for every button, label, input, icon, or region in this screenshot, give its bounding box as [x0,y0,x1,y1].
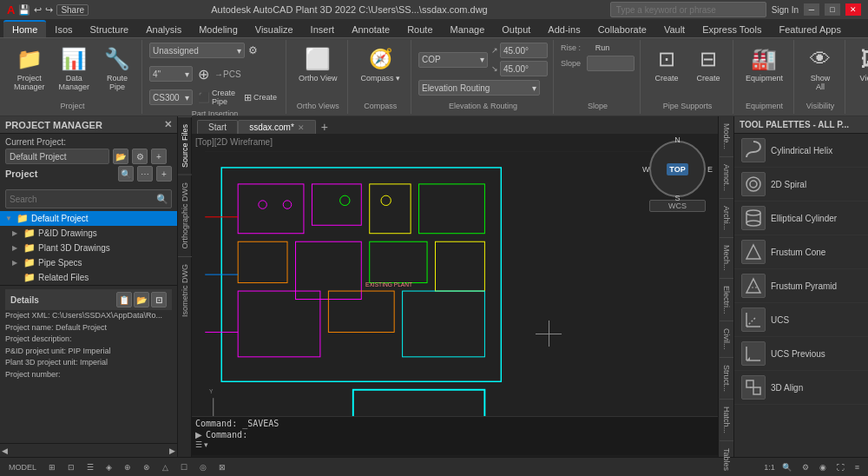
project-search-icon[interactable]: 🔍 [118,166,134,182]
tree-item-pipe-specs[interactable]: ▶ 📁 Pipe Specs [0,255,177,270]
part-settings-icon[interactable]: ⚙ [247,44,260,56]
status-grid-icon[interactable]: ⊞ [45,462,59,473]
project-more-icon[interactable]: ⋯ [137,166,153,182]
rise-run-button[interactable]: Run [587,43,618,53]
status-polar-icon[interactable]: ◈ [102,462,115,473]
command-input[interactable] [251,430,714,440]
start-tab[interactable]: Start [197,120,238,134]
project-manager-button[interactable]: 📁 ProjectManager [9,42,50,95]
share-button[interactable]: Share [56,4,89,16]
tab-home[interactable]: Home [3,20,46,37]
project-browse-icon[interactable]: 📂 [113,149,128,164]
pipe-support-create1-button[interactable]: ⊡ Create [648,42,686,86]
scroll-right-icon[interactable]: ▶ [169,446,175,455]
ssdax-tab[interactable]: ssdax.com* ✕ [238,120,316,134]
size-dropdown[interactable]: 4"▾ [149,66,193,82]
tab-featured[interactable]: Featured Apps [770,22,850,37]
tool-item-cylindrical-helix[interactable]: Cylindrical Helix [734,134,868,168]
command-scroll-icon[interactable]: ☰ [195,440,202,449]
mode-tab[interactable]: Mode... [720,116,733,157]
tool-item-elliptical-cylinder[interactable]: Elliptical Cylinder [734,202,868,235]
tool-item-frustum-cone[interactable]: Frustum Cone [734,235,868,269]
qat-save-icon[interactable]: 💾 [18,4,30,16]
status-snap-icon[interactable]: ⊡ [64,462,78,473]
search-input[interactable] [6,193,154,206]
mech-tab[interactable]: Mech... [720,238,733,279]
data-manager-button[interactable]: 📊 DataManager [54,42,95,95]
tab-addins[interactable]: Add-ins [539,22,589,37]
tool-item-frustum-pyramid[interactable]: Frustum Pyramid [734,269,868,303]
angle2-input[interactable] [500,61,548,76]
max-button[interactable]: □ [825,3,840,16]
tab-output[interactable]: Output [493,22,539,37]
tab-insert[interactable]: Insert [302,22,344,37]
search-icon[interactable]: 🔍 [154,190,171,208]
pipe-support-create2-button[interactable]: ⊟ Create [689,42,727,86]
qat-redo-icon[interactable]: ↪ [45,4,53,16]
title-search-input[interactable] [610,2,766,17]
elevation-routing-dropdown[interactable]: Elevation Routing▾ [418,80,540,96]
status-ortho-icon[interactable]: ☰ [83,462,97,473]
project-settings-icon[interactable]: ⚙ [132,149,148,164]
tab-express[interactable]: Express Tools [694,22,770,37]
isometric-dwg-tab[interactable]: Isometric DWG [178,256,192,324]
orthographic-dwg-tab[interactable]: Orthographic DWG [178,175,192,256]
tab-structure[interactable]: Structure [82,22,138,37]
signin-button[interactable]: Sign In [772,5,799,15]
zoom-icon[interactable]: 🔍 [779,462,795,473]
electri-tab[interactable]: Electri... [720,279,733,322]
slope-input[interactable] [587,56,635,71]
tool-item-ucs[interactable]: UCS [734,303,868,337]
create-pipe-button[interactable]: ⬛ CreatePipe [194,88,239,107]
unassigned-dropdown[interactable]: Unassigned▾ [149,43,245,58]
panel-header-close-icon[interactable]: ✕ [164,119,172,130]
model-tab[interactable]: MODEL [5,462,40,473]
close-button[interactable]: ✕ [845,3,861,16]
ssdax-tab-close-icon[interactable]: ✕ [298,123,305,132]
archi-tab[interactable]: Archi... [720,199,733,238]
struct-tab[interactable]: Struct... [720,358,733,400]
tab-analysis[interactable]: Analysis [137,22,190,37]
compass-center-label[interactable]: TOP [667,163,687,175]
show-all-button[interactable]: 👁 ShowAll [801,42,839,95]
details-icon1[interactable]: 📋 [116,292,132,307]
customize-icon[interactable]: ≡ [852,462,863,473]
status-otrack-icon[interactable]: ⊗ [140,462,154,473]
tree-item-plant-drawings[interactable]: ▶ 📁 Plant 3D Drawings [0,241,177,255]
tool-item-2d-spiral[interactable]: 2D Spiral [734,168,868,202]
route-pipe-button[interactable]: 🔧 RoutePipe [98,42,136,95]
ortho-view-button[interactable]: ⬜ Ortho View [293,42,342,86]
new-tab-icon[interactable]: + [318,120,332,134]
status-tmode-icon[interactable]: ☐ [177,462,191,473]
tab-visualize[interactable]: Visualize [247,22,302,37]
spec-dropdown[interactable]: CS300▾ [149,89,193,105]
tool-item-3d-align[interactable]: 3D Align [734,371,868,405]
tab-route[interactable]: Route [398,22,441,37]
tab-annotate[interactable]: Annotate [343,22,398,37]
project-name-input[interactable] [5,149,109,164]
hatch-tab[interactable]: Hatch... [720,400,733,441]
details-icon2[interactable]: 📂 [134,292,149,307]
tab-modeling[interactable]: Modeling [190,22,247,37]
status-lwt-icon[interactable]: △ [159,462,172,473]
qat-undo-icon[interactable]: ↩ [34,4,42,16]
isolate-icon[interactable]: ◉ [816,462,830,473]
viewport-label[interactable]: [Top][2D Wireframe] [195,137,273,147]
fullscreen-icon[interactable]: ⛶ [833,462,848,473]
create-button[interactable]: ⊞ Create [240,91,280,104]
tab-collaborate[interactable]: Collaborate [589,22,655,37]
project-new-icon[interactable]: + [151,149,167,164]
tree-item-default-project[interactable]: ▼ 📁 Default Project [0,211,177,226]
angle1-input[interactable] [500,43,548,58]
scroll-left-icon[interactable]: ◀ [2,446,8,455]
workspace-icon[interactable]: ⚙ [799,462,812,473]
status-osnap-icon[interactable]: ⊕ [121,462,135,473]
tree-item-pid-drawings[interactable]: ▶ 📁 P&ID Drawings [0,226,177,241]
source-files-tab[interactable]: Source Files [178,116,192,175]
tables-tab[interactable]: Tables [720,441,733,476]
project-add-icon[interactable]: + [156,166,172,182]
annot-tab[interactable]: Annot... [720,157,733,199]
tree-item-related-files[interactable]: ▶ 📁 Related Files [0,270,177,285]
tab-manage[interactable]: Manage [442,22,494,37]
civil-tab[interactable]: Civil... [720,321,733,358]
